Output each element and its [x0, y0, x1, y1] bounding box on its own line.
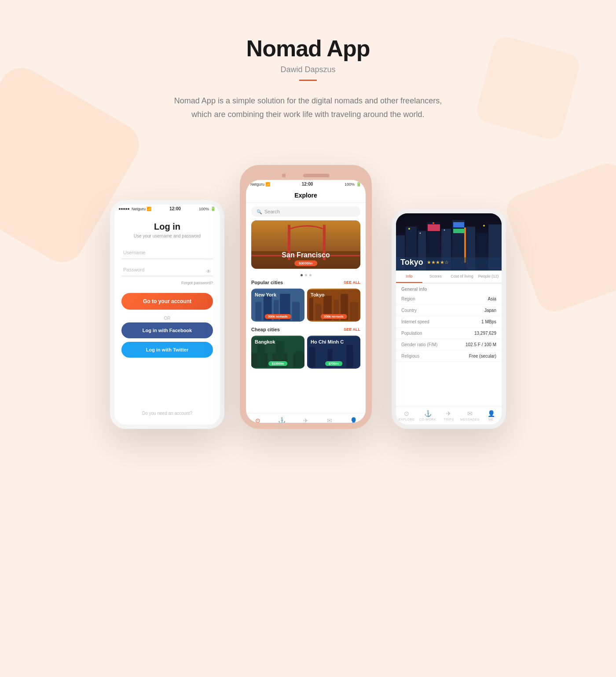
svg-rect-31 [355, 351, 360, 367]
explore-screen-inner: Netguru 📶 12:00 100% 🔋 Explore 🔍 Search [246, 180, 366, 429]
trips-nav-label: TRIPS [301, 425, 311, 428]
tokyo-explore-icon: ⊙ [404, 410, 409, 417]
featured-city-card[interactable]: San Francisco $3000/m [251, 220, 360, 269]
password-input[interactable] [121, 263, 213, 276]
login-form: Log in Use your username and password 👁 … [114, 213, 220, 424]
dot-2 [305, 274, 307, 276]
tokyo-trips-label: TRIPS [444, 418, 454, 421]
tokyo-nav-trips[interactable]: ✈ TRIPS [438, 408, 459, 423]
battery-icon: 🔋 [210, 206, 216, 211]
cowork-nav-label: CO-WORK [274, 425, 290, 428]
svg-rect-30 [346, 345, 353, 367]
new-york-card[interactable]: New York 500k nomads [251, 289, 304, 322]
tokyo-city-name: Tokyo [400, 258, 423, 267]
svg-point-49 [444, 230, 445, 231]
tab-cost-of-living[interactable]: Cost of living [449, 271, 475, 283]
info-population: Population 13,297,629 [396, 328, 502, 339]
cheap-see-all[interactable]: SEE ALL [344, 327, 360, 332]
messages-nav-label: MESSAGES [320, 425, 339, 428]
svg-rect-43 [453, 222, 464, 227]
nav-explore[interactable]: ⊙ EXPLORE [246, 415, 270, 429]
popular-see-all[interactable]: SEE ALL [344, 280, 360, 285]
tab-people[interactable]: People (12) [475, 271, 502, 283]
hcmc-name: Ho Chi Minh C [311, 339, 344, 344]
explore-time: 12:00 [302, 182, 313, 187]
search-icon: 🔍 [257, 209, 262, 214]
status-bar-login: Netguru 📶 12:00 100% 🔋 [114, 205, 220, 213]
explore-battery-icon: 🔋 [356, 182, 361, 187]
tokyo-explore-label: EXPLORE [399, 418, 415, 421]
tokyo-card[interactable]: Tokyo 350k nomads [307, 289, 360, 322]
explore-carrier: Netguru [250, 182, 264, 187]
tokyo-nav-me[interactable]: 👤 ME [480, 408, 502, 423]
forgot-password-link[interactable]: Forgot password? [121, 281, 213, 285]
search-placeholder: Search [264, 209, 280, 214]
title-divider [299, 80, 317, 81]
nav-trips[interactable]: ✈ TRIPS [294, 415, 318, 429]
explore-nav-label: EXPLORE [250, 425, 266, 428]
phone-login: Netguru 📶 12:00 100% 🔋 Log in Use your u… [110, 200, 224, 429]
signal-dots [119, 208, 129, 210]
eye-icon: 👁 [206, 268, 211, 274]
app-description: Nomad App is a simple solution for the d… [172, 94, 444, 121]
tokyo-hero: Tokyo ★★★★☆ [396, 213, 502, 271]
go-to-account-button[interactable]: Go to your account [121, 293, 213, 310]
login-title: Log in [154, 222, 180, 232]
search-bar[interactable]: 🔍 Search [251, 206, 360, 217]
svg-rect-12 [309, 298, 313, 320]
username-input[interactable] [121, 246, 213, 259]
tokyo-nav-messages[interactable]: ✉ MESSAGES [459, 408, 480, 423]
tokyo-tabs: Info Scores Cost of living People (12) [396, 271, 502, 283]
tokyo-bottom-nav: ⊙ EXPLORE ⚓ CO-WORK ✈ TRIPS ✉ MESSAGES [396, 406, 502, 424]
svg-point-50 [483, 225, 485, 227]
nav-cowork[interactable]: ⚓ CO-WORK [270, 415, 293, 429]
featured-city-name: San Francisco [251, 251, 360, 259]
twitter-login-button[interactable]: Log in with Twitter [121, 342, 213, 358]
cheap-cities-title: Cheap cities [251, 327, 280, 332]
svg-rect-17 [350, 302, 359, 321]
svg-rect-27 [317, 343, 325, 368]
featured-city-price: $3000/m [294, 260, 317, 266]
bangkok-card[interactable]: Bangkok $1000/m [251, 336, 304, 369]
new-york-name: New York [255, 292, 276, 297]
info-country: Country Japan [396, 305, 502, 316]
tab-info[interactable]: Info [396, 271, 422, 283]
bangkok-badge: $1000/m [268, 361, 288, 366]
speaker [303, 174, 330, 177]
wifi-icon: 📶 [147, 207, 151, 211]
tab-scores[interactable]: Scores [422, 271, 449, 283]
nav-me[interactable]: 👤 ME [342, 415, 366, 429]
svg-rect-44 [453, 229, 464, 233]
tokyo-me-icon: 👤 [488, 410, 495, 417]
tokyo-nav-cowork[interactable]: ⚓ CO-WORK [417, 408, 438, 423]
explore-title: Explore [246, 188, 366, 203]
tokyo-stars: ★★★★☆ [427, 260, 449, 265]
tokyo-nav-explore[interactable]: ⊙ EXPLORE [396, 408, 417, 423]
cheap-cities-header: Cheap cities SEE ALL [246, 325, 366, 334]
tokyo-title-bar: Tokyo ★★★★☆ [400, 258, 449, 267]
status-bar-explore: Netguru 📶 12:00 100% 🔋 [246, 180, 366, 188]
username-wrapper [121, 246, 213, 262]
info-gender: Gender ratio (F/M) 102.5 F / 100 M [396, 339, 502, 351]
nav-messages[interactable]: ✉ MESSAGES [318, 415, 341, 429]
carousel-dots [246, 274, 366, 276]
svg-rect-23 [287, 347, 293, 368]
carrier-name: Netguru [132, 207, 146, 211]
popular-cities-grid: New York 500k nomads [246, 289, 366, 322]
phones-container: Netguru 📶 12:00 100% 🔋 Log in Use your u… [110, 165, 506, 464]
explore-battery: 100% [345, 182, 355, 187]
svg-rect-10 [292, 302, 300, 321]
battery-label: 100% [199, 207, 209, 211]
tokyo-me-label: ME [488, 418, 494, 421]
cheap-cities-grid: Bangkok $1000/m [246, 336, 366, 369]
tokyo-card-name: Tokyo [311, 292, 325, 297]
explore-wifi: 📶 [265, 182, 270, 187]
or-divider: OR [164, 316, 171, 321]
hcmc-card[interactable]: Ho Chi Minh C $750/m [307, 336, 360, 369]
popular-cities-header: Popular cities SEE ALL [246, 278, 366, 287]
general-info-title: General info [396, 283, 502, 293]
messages-icon: ✉ [327, 417, 332, 424]
facebook-login-button[interactable]: Log in with Facebook [121, 322, 213, 338]
cowork-icon: ⚓ [278, 417, 286, 424]
camera-dot [282, 174, 286, 177]
